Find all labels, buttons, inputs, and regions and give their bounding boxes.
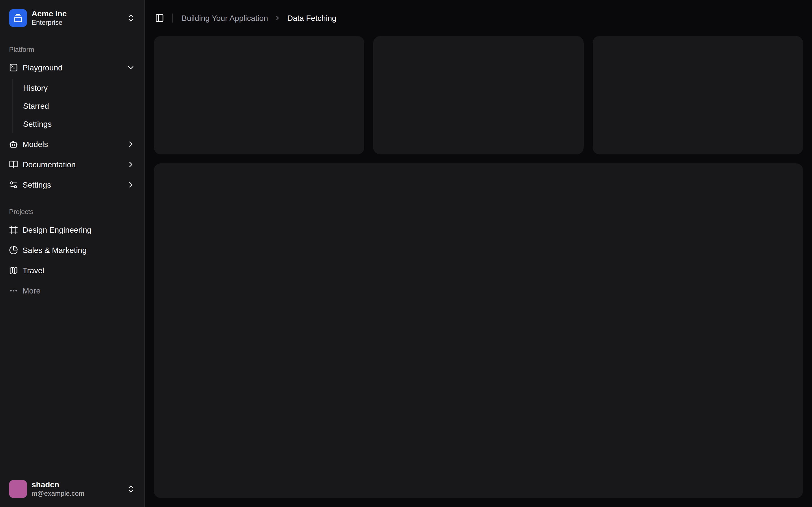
sidebar-item-sales-marketing[interactable]: Sales & Marketing <box>4 241 140 259</box>
sliders-icon <box>9 180 18 189</box>
sidebar-header: Acme Inc Enterprise <box>0 0 144 36</box>
sidebar-nav: Platform Playground History <box>0 36 144 471</box>
placeholder-card-grid <box>154 36 803 154</box>
user-avatar <box>9 480 27 498</box>
sidebar-item-documentation[interactable]: Documentation <box>4 156 140 173</box>
chevron-right-icon <box>126 180 135 189</box>
sidebar-subitem-label: History <box>23 83 48 93</box>
sidebar-item-more[interactable]: More <box>4 282 140 300</box>
sidebar-subitem-history[interactable]: History <box>18 80 140 96</box>
user-meta: shadcn m@example.com <box>32 480 84 498</box>
sidebar-item-travel[interactable]: Travel <box>4 262 140 279</box>
nav-group-projects: Projects Design Engineering Sales & Mark… <box>0 198 144 304</box>
gallery-vertical-end-icon <box>13 13 22 22</box>
sidebar-item-label: Design Engineering <box>22 225 91 234</box>
team-switcher-button[interactable]: Acme Inc Enterprise <box>4 4 140 32</box>
placeholder-card <box>593 36 803 154</box>
header-separator <box>172 13 172 22</box>
panel-left-icon <box>155 13 164 22</box>
ellipsis-icon <box>9 286 18 295</box>
user-menu-button[interactable]: shadcn m@example.com <box>4 475 140 503</box>
sidebar-item-label: Sales & Marketing <box>22 245 87 255</box>
sidebar-item-models[interactable]: Models <box>4 135 140 153</box>
bot-icon <box>9 140 18 149</box>
placeholder-card <box>154 36 364 154</box>
chevron-right-icon <box>274 14 282 22</box>
user-name: shadcn <box>32 480 84 490</box>
breadcrumb-link[interactable]: Building Your Application <box>182 13 268 22</box>
sidebar: Acme Inc Enterprise Platform Playground <box>0 0 145 507</box>
chevron-right-icon <box>126 140 135 149</box>
sidebar-item-label: Travel <box>22 266 44 275</box>
playground-submenu: History Starred Settings <box>12 79 140 133</box>
platform-menu: Playground History Starred Settings <box>4 59 140 194</box>
team-logo <box>9 9 27 27</box>
content-area <box>145 36 812 507</box>
chevron-down-icon <box>126 63 135 72</box>
map-icon <box>9 266 18 275</box>
team-name: Acme Inc <box>32 9 67 19</box>
app-window: Acme Inc Enterprise Platform Playground <box>0 0 812 507</box>
projects-menu: Design Engineering Sales & Marketing Tra… <box>4 221 140 300</box>
sidebar-item-label: Settings <box>22 180 51 189</box>
sidebar-item-playground[interactable]: Playground <box>4 59 140 76</box>
main-content: Building Your Application Data Fetching <box>145 0 812 507</box>
nav-group-platform: Platform Playground History <box>0 36 144 198</box>
book-open-icon <box>9 160 18 169</box>
sidebar-subitem-label: Settings <box>23 119 52 128</box>
chevron-right-icon <box>126 160 135 169</box>
sidebar-toggle-button[interactable] <box>152 10 167 26</box>
sidebar-subitem-starred[interactable]: Starred <box>18 98 140 114</box>
square-terminal-icon <box>9 63 18 72</box>
sidebar-subitem-label: Starred <box>23 101 49 110</box>
frame-icon <box>9 225 18 234</box>
pie-chart-icon <box>9 245 18 255</box>
team-plan: Enterprise <box>32 18 67 27</box>
page-header: Building Your Application Data Fetching <box>145 0 812 36</box>
team-meta: Acme Inc Enterprise <box>32 9 67 27</box>
sidebar-item-design-engineering[interactable]: Design Engineering <box>4 221 140 239</box>
sidebar-subitem-settings[interactable]: Settings <box>18 116 140 132</box>
group-label-projects: Projects <box>4 203 140 221</box>
chevrons-up-down-icon <box>126 485 135 494</box>
sidebar-item-label: Models <box>22 140 48 149</box>
sidebar-footer: shadcn m@example.com <box>0 471 144 507</box>
sidebar-item-settings[interactable]: Settings <box>4 176 140 194</box>
sidebar-item-label: Documentation <box>22 160 75 169</box>
chevrons-up-down-icon <box>126 13 135 22</box>
placeholder-panel <box>154 163 803 498</box>
group-label-platform: Platform <box>4 41 140 59</box>
breadcrumb: Building Your Application Data Fetching <box>182 13 336 22</box>
breadcrumb-current-page: Data Fetching <box>287 13 336 22</box>
sidebar-item-label: More <box>22 286 41 295</box>
user-email: m@example.com <box>32 490 84 498</box>
placeholder-card <box>373 36 583 154</box>
sidebar-item-label: Playground <box>22 63 63 72</box>
